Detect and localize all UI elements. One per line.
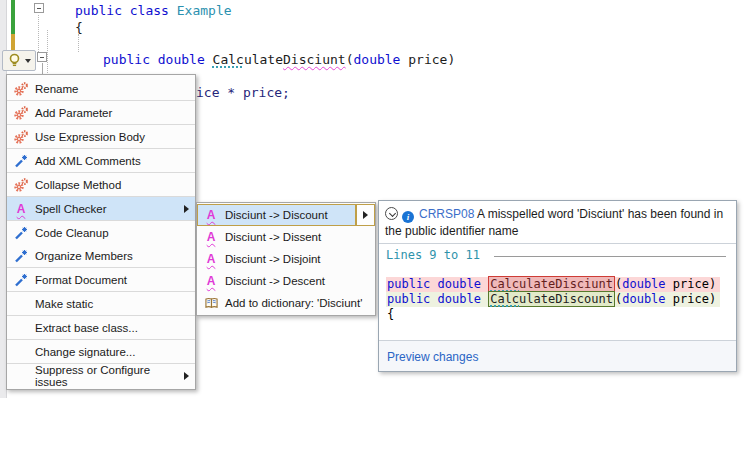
menu-item-label: Code Cleanup xyxy=(35,227,109,239)
issue-header: CRRSP08 A misspelled word 'Disciunt' has… xyxy=(379,201,736,243)
code-line-open-brace[interactable]: { xyxy=(75,20,83,35)
menu-item-label: Make static xyxy=(35,298,93,310)
menu-item-label: Extract base class... xyxy=(35,322,138,334)
keyword: double xyxy=(622,292,665,306)
identifier-spell-dots: Calc xyxy=(490,277,519,291)
diff-preview-body: Lines 9 to 11 public double CalculateDis… xyxy=(379,244,736,340)
refactoring-context-menu: Rename Add Parameter Use Expression Body… xyxy=(6,74,196,390)
submenu-item-disciunt-descent[interactable]: A Disciunt -> Descent xyxy=(197,270,375,292)
wand-icon xyxy=(7,153,35,169)
submenu-item-add-to-dictionary[interactable]: Add to dictionary: 'Disciunt' xyxy=(197,292,375,314)
identifier: ulateDisciunt xyxy=(519,277,613,291)
submenu-arrow-icon xyxy=(363,211,368,219)
menu-item-use-expression-body[interactable]: Use Expression Body xyxy=(7,125,195,148)
menu-item-label: Collapse Method xyxy=(35,179,121,191)
wand-icon xyxy=(7,272,35,288)
submenu-item-label: Disciunt -> Disjoint xyxy=(225,253,321,265)
menu-item-rename[interactable]: Rename xyxy=(7,77,195,100)
preview-footer: Preview changes xyxy=(379,340,736,371)
gears-icon xyxy=(7,81,35,97)
menu-item-suppress-or-configure-issues[interactable]: Suppress or Configure issues xyxy=(7,364,195,387)
code-line-return-partial[interactable]: ice * price; xyxy=(196,85,290,100)
lightbulb-icon xyxy=(8,53,21,68)
menu-item-label: Suppress or Configure issues xyxy=(35,364,184,388)
spell-checker-submenu: A Disciunt -> Discount A Disciunt -> Dis… xyxy=(196,202,376,316)
spellcheck-icon: A xyxy=(197,210,225,220)
menu-item-label: Organize Members xyxy=(35,250,133,262)
rule-code: CRRSP08 xyxy=(419,207,474,221)
diff-line-added: public double CalculateDiscount(double p… xyxy=(386,292,720,307)
menu-item-label: Rename xyxy=(35,83,78,95)
method-name: ulate xyxy=(244,52,283,67)
spellcheck-icon: A xyxy=(197,254,225,264)
submenu-item-disciunt-discount[interactable]: A Disciunt -> Discount xyxy=(197,204,375,226)
indent-guide xyxy=(47,30,48,73)
menu-item-format-document[interactable]: Format Document xyxy=(7,268,195,291)
gears-icon xyxy=(7,177,35,193)
code-fold-collapse-icon[interactable] xyxy=(37,52,47,62)
brace: { xyxy=(387,307,394,321)
menu-item-label: Spell Checker xyxy=(35,203,107,215)
method-name-spell-dots: Calc xyxy=(213,52,244,67)
old-identifier-box: CalculateDisciunt xyxy=(488,276,615,292)
menu-item-label: Change signature... xyxy=(35,346,135,358)
parameter: price) xyxy=(666,277,717,291)
keyword: public double xyxy=(103,52,213,67)
lines-rule-divider xyxy=(494,256,726,257)
submenu-item-disciunt-dissent[interactable]: A Disciunt -> Dissent xyxy=(197,226,375,248)
keyword: double xyxy=(353,52,400,67)
gears-icon xyxy=(7,105,35,121)
code-line-class-declaration[interactable]: public class Example xyxy=(75,3,232,18)
collapse-chevron-icon[interactable] xyxy=(385,207,398,220)
menu-item-collapse-method[interactable]: Collapse Method xyxy=(7,173,195,196)
menu-item-make-static[interactable]: Make static xyxy=(7,292,195,315)
class-name: Example xyxy=(177,3,232,18)
menu-item-label: Add XML Comments xyxy=(35,155,141,167)
spellcheck-icon: A xyxy=(7,204,35,214)
submenu-item-label: Disciunt -> Descent xyxy=(225,275,325,287)
misspelled-word-squiggle: Disciunt xyxy=(283,52,346,67)
submenu-expand-button[interactable] xyxy=(356,204,375,226)
submenu-arrow-icon xyxy=(184,372,189,380)
submenu-item-disciunt-disjoint[interactable]: A Disciunt -> Disjoint xyxy=(197,248,375,270)
book-icon xyxy=(197,297,225,310)
wand-icon xyxy=(7,248,35,264)
diff-line-brace: { xyxy=(386,307,398,322)
diff-line-removed: public double CalculateDisciunt(double p… xyxy=(386,277,720,292)
indent-guide xyxy=(78,34,79,52)
keyword: public class xyxy=(75,3,177,18)
menu-item-add-parameter[interactable]: Add Parameter xyxy=(7,101,195,124)
keyword: double xyxy=(622,277,665,291)
brace: { xyxy=(75,20,83,35)
menu-item-spell-checker[interactable]: A Spell Checker xyxy=(7,197,195,220)
submenu-item-label: Disciunt -> Dissent xyxy=(225,231,321,243)
dropdown-caret-icon xyxy=(25,59,31,63)
submenu-item-label: Add to dictionary: 'Disciunt' xyxy=(225,297,362,309)
keyword: public double xyxy=(387,277,488,291)
menu-item-organize-members[interactable]: Organize Members xyxy=(7,244,195,267)
keyword: public double xyxy=(387,292,488,306)
fold-guide-line xyxy=(38,15,39,52)
spellcheck-icon: A xyxy=(197,232,225,242)
preview-changes-link[interactable]: Preview changes xyxy=(387,350,478,364)
submenu-arrow-icon xyxy=(184,205,189,213)
code-text: ice * price; xyxy=(196,85,290,100)
submenu-item-label: Disciunt -> Discount xyxy=(225,209,328,221)
menu-item-code-cleanup[interactable]: Code Cleanup xyxy=(7,221,195,244)
menu-item-label: Use Expression Body xyxy=(35,131,145,143)
menu-item-label: Format Document xyxy=(35,274,127,286)
issue-preview-pane: CRRSP08 A misspelled word 'Disciunt' has… xyxy=(378,200,737,372)
code-fold-collapse-icon[interactable] xyxy=(34,3,44,13)
code-line-method-declaration[interactable]: public double CalculateDisciunt(double p… xyxy=(103,52,455,67)
menu-item-change-signature[interactable]: Change signature... xyxy=(7,340,195,363)
parameter: price) xyxy=(400,52,455,67)
info-icon xyxy=(402,211,414,223)
fold-guide-line xyxy=(42,63,43,74)
menu-item-extract-base-class[interactable]: Extract base class... xyxy=(7,316,195,339)
spellcheck-icon: A xyxy=(197,276,225,286)
identifier-spell-dots: Calc xyxy=(490,292,519,306)
change-bar-saved xyxy=(11,0,15,34)
menu-item-label: Add Parameter xyxy=(35,107,112,119)
lightbulb-actions-button[interactable] xyxy=(2,50,36,71)
menu-item-add-xml-comments[interactable]: Add XML Comments xyxy=(7,149,195,172)
